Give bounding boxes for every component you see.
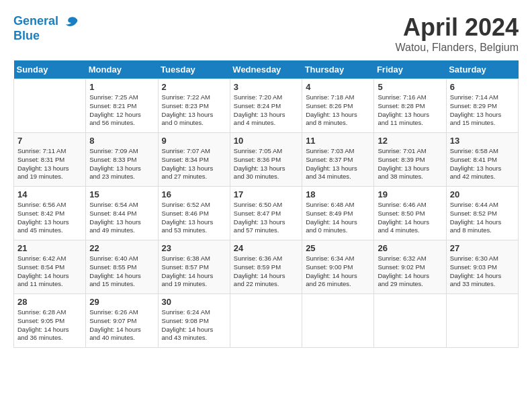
calendar-cell: 21Sunrise: 6:42 AM Sunset: 8:54 PM Dayli… [14, 240, 86, 294]
calendar-cell [14, 79, 86, 133]
calendar-week-row: 7Sunrise: 7:11 AM Sunset: 8:31 PM Daylig… [14, 133, 519, 187]
cell-info: Sunrise: 6:50 AM Sunset: 8:47 PM Dayligh… [234, 201, 298, 235]
day-number: 30 [162, 297, 226, 307]
day-number: 24 [234, 243, 298, 253]
cell-info: Sunrise: 7:25 AM Sunset: 8:21 PM Dayligh… [89, 93, 154, 128]
calendar-cell: 19Sunrise: 6:46 AM Sunset: 8:50 PM Dayli… [374, 187, 446, 240]
day-number: 9 [162, 136, 226, 146]
day-number: 15 [89, 189, 154, 199]
day-number: 12 [378, 136, 442, 146]
day-number: 29 [89, 297, 154, 307]
cell-info: Sunrise: 6:52 AM Sunset: 8:46 PM Dayligh… [162, 201, 226, 235]
day-number: 19 [378, 189, 442, 199]
calendar-week-row: 14Sunrise: 6:56 AM Sunset: 8:42 PM Dayli… [14, 187, 519, 240]
logo-general: General [13, 14, 58, 28]
calendar-cell: 22Sunrise: 6:40 AM Sunset: 8:55 PM Dayli… [86, 240, 158, 294]
calendar-cell: 29Sunrise: 6:26 AM Sunset: 9:07 PM Dayli… [86, 294, 158, 348]
calendar-week-row: 28Sunrise: 6:28 AM Sunset: 9:05 PM Dayli… [14, 294, 519, 348]
calendar-cell: 30Sunrise: 6:24 AM Sunset: 9:08 PM Dayli… [158, 294, 230, 348]
calendar-cell: 12Sunrise: 7:01 AM Sunset: 8:39 PM Dayli… [374, 133, 446, 187]
weekday-header-monday: Monday [86, 60, 158, 79]
day-number: 20 [450, 189, 515, 199]
calendar-cell: 18Sunrise: 6:48 AM Sunset: 8:49 PM Dayli… [302, 187, 374, 240]
cell-info: Sunrise: 7:14 AM Sunset: 8:29 PM Dayligh… [450, 93, 515, 128]
location-title: Watou, Flanders, Belgium [396, 42, 519, 54]
calendar-cell: 9Sunrise: 7:07 AM Sunset: 8:34 PM Daylig… [158, 133, 230, 187]
weekday-header-row: SundayMondayTuesdayWednesdayThursdayFrid… [14, 60, 519, 79]
cell-info: Sunrise: 7:22 AM Sunset: 8:23 PM Dayligh… [162, 93, 226, 128]
weekday-header-saturday: Saturday [446, 60, 518, 79]
day-number: 26 [378, 243, 442, 253]
day-number: 1 [89, 82, 154, 92]
cell-info: Sunrise: 6:32 AM Sunset: 9:02 PM Dayligh… [378, 255, 442, 289]
day-number: 3 [234, 82, 298, 92]
day-number: 27 [450, 243, 515, 253]
day-number: 14 [17, 189, 82, 199]
day-number: 28 [17, 297, 82, 307]
cell-info: Sunrise: 7:11 AM Sunset: 8:31 PM Dayligh… [17, 147, 82, 181]
day-number: 18 [306, 189, 370, 199]
weekday-header-friday: Friday [374, 60, 446, 79]
weekday-header-tuesday: Tuesday [158, 60, 230, 79]
day-number: 6 [450, 82, 515, 92]
calendar-table: SundayMondayTuesdayWednesdayThursdayFrid… [13, 60, 519, 348]
logo-blue: Blue [13, 29, 40, 42]
day-number: 25 [306, 243, 370, 253]
day-number: 23 [162, 243, 226, 253]
calendar-cell: 1Sunrise: 7:25 AM Sunset: 8:21 PM Daylig… [86, 79, 158, 133]
cell-info: Sunrise: 6:24 AM Sunset: 9:08 PM Dayligh… [162, 308, 226, 342]
day-number: 2 [162, 82, 226, 92]
calendar-week-row: 21Sunrise: 6:42 AM Sunset: 8:54 PM Dayli… [14, 240, 519, 294]
calendar-cell: 2Sunrise: 7:22 AM Sunset: 8:23 PM Daylig… [158, 79, 230, 133]
day-number: 7 [17, 136, 82, 146]
calendar-cell [230, 294, 302, 348]
cell-info: Sunrise: 6:46 AM Sunset: 8:50 PM Dayligh… [378, 201, 442, 235]
calendar-cell: 23Sunrise: 6:38 AM Sunset: 8:57 PM Dayli… [158, 240, 230, 294]
calendar-cell: 26Sunrise: 6:32 AM Sunset: 9:02 PM Dayli… [374, 240, 446, 294]
calendar-cell: 15Sunrise: 6:54 AM Sunset: 8:44 PM Dayli… [86, 187, 158, 240]
cell-info: Sunrise: 6:42 AM Sunset: 8:54 PM Dayligh… [17, 255, 82, 289]
title-section: April 2024 Watou, Flanders, Belgium [396, 13, 519, 54]
cell-info: Sunrise: 7:05 AM Sunset: 8:36 PM Dayligh… [234, 147, 298, 181]
cell-info: Sunrise: 6:44 AM Sunset: 8:52 PM Dayligh… [450, 201, 515, 235]
cell-info: Sunrise: 6:36 AM Sunset: 8:59 PM Dayligh… [234, 255, 298, 289]
logo-bird-icon [63, 13, 79, 30]
cell-info: Sunrise: 7:18 AM Sunset: 8:26 PM Dayligh… [306, 93, 370, 128]
logo: General Blue [13, 13, 79, 43]
calendar-cell: 4Sunrise: 7:18 AM Sunset: 8:26 PM Daylig… [302, 79, 374, 133]
day-number: 10 [234, 136, 298, 146]
cell-info: Sunrise: 7:01 AM Sunset: 8:39 PM Dayligh… [378, 147, 442, 181]
day-number: 13 [450, 136, 515, 146]
page-header: General Blue April 2024 Watou, Flanders,… [13, 13, 519, 54]
day-number: 16 [162, 189, 226, 199]
calendar-cell [302, 294, 374, 348]
calendar-cell: 13Sunrise: 6:58 AM Sunset: 8:41 PM Dayli… [446, 133, 518, 187]
weekday-header-thursday: Thursday [302, 60, 374, 79]
cell-info: Sunrise: 7:09 AM Sunset: 8:33 PM Dayligh… [89, 147, 154, 181]
day-number: 5 [378, 82, 442, 92]
day-number: 4 [306, 82, 370, 92]
cell-info: Sunrise: 6:30 AM Sunset: 9:03 PM Dayligh… [450, 255, 515, 289]
calendar-cell: 8Sunrise: 7:09 AM Sunset: 8:33 PM Daylig… [86, 133, 158, 187]
calendar-cell: 24Sunrise: 6:36 AM Sunset: 8:59 PM Dayli… [230, 240, 302, 294]
cell-info: Sunrise: 6:58 AM Sunset: 8:41 PM Dayligh… [450, 147, 515, 181]
calendar-cell [446, 294, 518, 348]
day-number: 22 [89, 243, 154, 253]
day-number: 21 [17, 243, 82, 253]
cell-info: Sunrise: 6:40 AM Sunset: 8:55 PM Dayligh… [89, 255, 154, 289]
calendar-cell: 20Sunrise: 6:44 AM Sunset: 8:52 PM Dayli… [446, 187, 518, 240]
calendar-cell: 25Sunrise: 6:34 AM Sunset: 9:00 PM Dayli… [302, 240, 374, 294]
calendar-cell: 17Sunrise: 6:50 AM Sunset: 8:47 PM Dayli… [230, 187, 302, 240]
calendar-cell: 10Sunrise: 7:05 AM Sunset: 8:36 PM Dayli… [230, 133, 302, 187]
cell-info: Sunrise: 7:20 AM Sunset: 8:24 PM Dayligh… [234, 93, 298, 128]
cell-info: Sunrise: 6:34 AM Sunset: 9:00 PM Dayligh… [306, 255, 370, 289]
calendar-cell: 11Sunrise: 7:03 AM Sunset: 8:37 PM Dayli… [302, 133, 374, 187]
cell-info: Sunrise: 6:26 AM Sunset: 9:07 PM Dayligh… [89, 308, 154, 342]
calendar-cell: 6Sunrise: 7:14 AM Sunset: 8:29 PM Daylig… [446, 79, 518, 133]
cell-info: Sunrise: 7:07 AM Sunset: 8:34 PM Dayligh… [162, 147, 226, 181]
calendar-cell: 28Sunrise: 6:28 AM Sunset: 9:05 PM Dayli… [14, 294, 86, 348]
calendar-cell: 7Sunrise: 7:11 AM Sunset: 8:31 PM Daylig… [14, 133, 86, 187]
calendar-cell: 27Sunrise: 6:30 AM Sunset: 9:03 PM Dayli… [446, 240, 518, 294]
day-number: 11 [306, 136, 370, 146]
cell-info: Sunrise: 6:38 AM Sunset: 8:57 PM Dayligh… [162, 255, 226, 289]
